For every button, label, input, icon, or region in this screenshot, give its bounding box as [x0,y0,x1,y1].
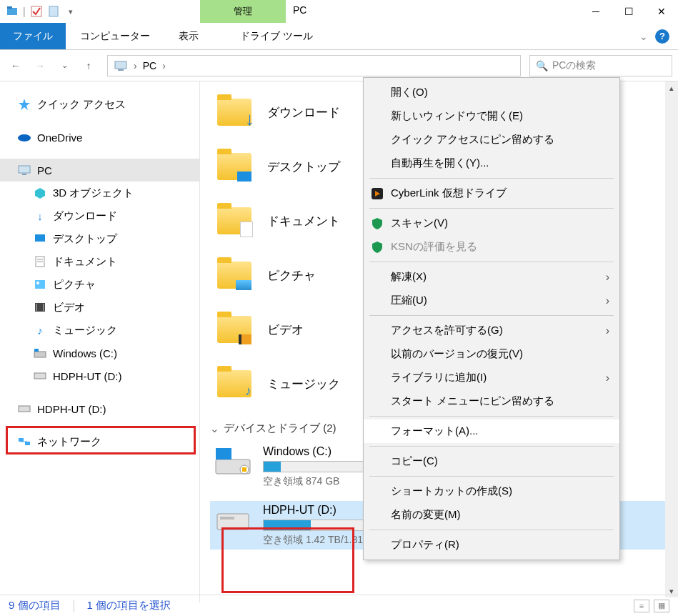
ctx-grant-access[interactable]: アクセスを許可する(G)› [364,319,619,342]
cyberlink-icon [371,187,384,200]
ctx-create-shortcut[interactable]: ショートカットの作成(S) [364,480,619,503]
download-arrow-icon: ↓ [245,108,254,130]
drive-icon [33,369,47,383]
context-menu: 開く(O) 新しいウィンドウで開く(E) クイック アクセスにピン留めする 自動… [363,77,620,560]
ctx-properties[interactable]: プロパティ(R) [364,533,619,557]
tree-network[interactable]: ネットワーク [0,430,199,453]
svg-rect-9 [22,174,26,175]
help-icon[interactable]: ? [655,29,669,44]
breadcrumb-pc[interactable]: PC [143,60,156,71]
tree-desktop[interactable]: デスクトップ [0,227,199,250]
ribbon-expand-icon[interactable]: ⌄ [639,31,648,42]
svg-rect-30 [242,467,246,472]
music-overlay-icon: ♪ [245,384,251,399]
minimize-button[interactable]: ─ [579,0,612,23]
explorer-icon [6,5,19,18]
desktop-icon [33,232,47,246]
ctx-autoplay[interactable]: 自動再生を開く(Y)... [364,151,619,175]
view-icons-button[interactable]: ▦ [654,600,669,612]
tree-pictures[interactable]: ピクチャ [0,273,199,296]
svg-rect-5 [118,69,124,71]
chevron-right-icon: › [606,271,609,284]
svg-rect-4 [115,61,126,69]
tree-drive-d[interactable]: HDPH-UT (D:) [0,397,199,420]
ctx-add-library[interactable]: ライブラリに追加(I)› [364,366,619,389]
drive-d-large-icon [213,504,253,535]
svg-marker-10 [35,188,45,199]
contextual-tab-manage[interactable]: 管理 [200,0,286,23]
pictures-icon [33,277,47,292]
search-icon: 🔍 [536,60,548,71]
window-title: PC [293,4,306,16]
back-button[interactable]: ← [6,56,26,76]
svg-rect-31 [217,514,249,530]
videos-icon [33,300,47,314]
vertical-scrollbar[interactable]: ▴ ▾ [665,81,678,597]
search-placeholder: PCの検索 [552,59,596,72]
video-overlay-icon [239,334,251,344]
tree-pc[interactable]: PC [0,159,199,182]
svg-point-16 [36,282,39,284]
tree-quick-access[interactable]: クイック アクセス [0,93,199,116]
svg-point-7 [18,134,31,141]
chevron-down-icon: ⌄ [210,422,219,435]
tree-music[interactable]: ♪ミュージック [0,319,199,342]
tree-drive-d-sub[interactable]: HDPH-UT (D:) [0,364,199,387]
ctx-thaw[interactable]: 解凍(X)› [364,265,619,289]
ctx-cyberlink[interactable]: CyberLink 仮想ドライブ [364,182,619,205]
svg-marker-6 [19,99,30,110]
svg-rect-3 [49,6,58,16]
tree-downloads[interactable]: ↓ダウンロード [0,204,199,227]
ctx-copy[interactable]: コピー(C) [364,449,619,473]
svg-rect-22 [34,373,46,379]
scroll-up-icon[interactable]: ▴ [665,81,678,94]
address-bar[interactable]: › PC › [107,55,521,76]
recent-locations-button[interactable]: ⌄ [54,56,74,76]
ribbon-tab-drive-tools[interactable]: ドライブ ツール [226,23,327,49]
ctx-ksn[interactable]: KSNの評価を見る [364,235,619,259]
ctx-format[interactable]: フォーマット(A)... [364,419,619,443]
pc-icon [114,59,128,73]
qat-overflow-icon[interactable]: ▾ [64,5,77,18]
qat-doc-icon[interactable] [47,5,60,18]
search-box[interactable]: 🔍 PCの検索 [529,55,672,76]
ribbon-tab-computer[interactable]: コンピューター [66,23,164,49]
svg-rect-20 [34,352,46,357]
ctx-pin-start[interactable]: スタート メニューにピン留めする [364,389,619,413]
tree-drive-c[interactable]: Windows (C:) [0,342,199,364]
ctx-new-window[interactable]: 新しいウィンドウで開く(E) [364,104,619,128]
documents-icon [33,254,47,269]
maximize-button[interactable]: ☐ [612,0,645,23]
ctx-restore-previous[interactable]: 以前のバージョンの復元(V) [364,342,619,366]
svg-rect-0 [7,8,17,15]
ctx-compress[interactable]: 圧縮(U)› [364,289,619,312]
qat-checkbox-icon[interactable] [30,5,43,18]
status-item-count: 9 個の項目 [9,599,61,612]
svg-rect-11 [35,234,45,242]
shield-green-icon [371,241,384,254]
ctx-scan[interactable]: スキャン(V) [364,212,619,235]
svg-rect-19 [43,304,44,311]
svg-rect-1 [7,6,12,9]
close-button[interactable]: ✕ [645,0,678,23]
tree-documents[interactable]: ドキュメント [0,250,199,273]
ctx-open[interactable]: 開く(O) [364,81,619,104]
chevron-right-icon: › [606,372,609,384]
up-button[interactable]: ↑ [79,56,99,76]
svg-rect-32 [220,517,234,520]
ctx-pin-quick-access[interactable]: クイック アクセスにピン留めする [364,128,619,151]
quick-access-icon [17,97,31,111]
forward-button[interactable]: → [30,56,50,76]
desktop-overlay-icon [237,172,251,182]
tree-videos[interactable]: ビデオ [0,296,199,319]
ctx-rename[interactable]: 名前の変更(M) [364,503,619,527]
tree-onedrive[interactable]: OneDrive [0,126,199,149]
status-bar: 9 個の項目 1 個の項目を選択 ≡ ▦ [0,595,678,616]
titlebar: | ▾ 管理 PC ─ ☐ ✕ [0,0,678,23]
svg-rect-21 [34,349,39,352]
download-icon: ↓ [33,209,47,223]
ribbon-tab-file[interactable]: ファイル [0,23,66,49]
view-details-button[interactable]: ≡ [634,600,649,612]
ribbon-tab-view[interactable]: 表示 [164,23,213,49]
tree-3d-objects[interactable]: 3D オブジェクト [0,182,199,204]
